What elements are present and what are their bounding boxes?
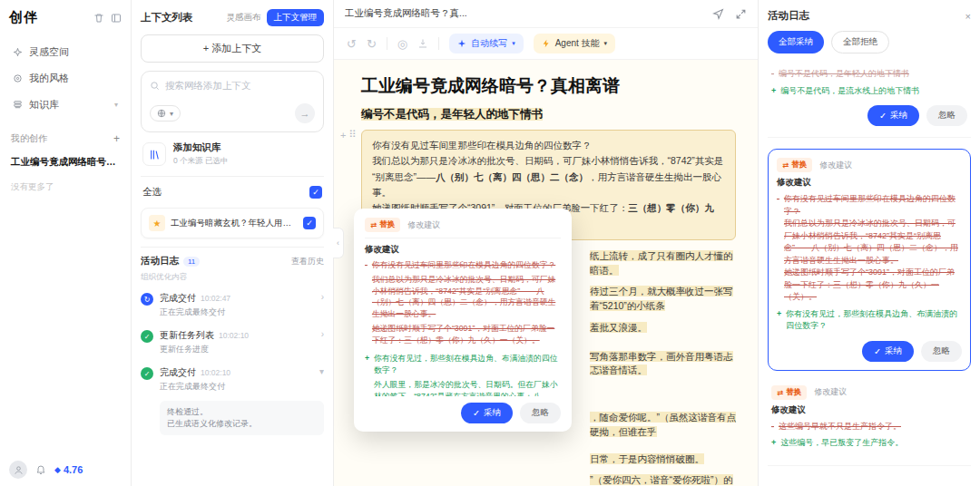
credits-value: 4.76 (64, 464, 83, 475)
swap-icon: ⇄ (370, 220, 377, 229)
check-icon: ✓ (879, 111, 887, 121)
paragraph-fragment: 羞批又浪漫。 (590, 321, 736, 335)
doc-item-checkbox[interactable]: ✓ (303, 217, 316, 229)
reject-all-button[interactable]: 全部拒绝 (831, 31, 889, 53)
task-time: 10:02:10 (201, 368, 230, 377)
auto-continue-label: 自动续写 (471, 37, 507, 50)
sidebar-item-inspiration[interactable]: 灵感空间 (5, 39, 125, 65)
task-desc: 正在完成最终交付 (160, 306, 315, 318)
sidebar-item-label: 我的风格 (29, 72, 69, 85)
diamond-icon: ◆ (54, 465, 61, 474)
task-detail: 终检通过。 已生成语义化修改记录。 (160, 401, 324, 435)
suggestion-card[interactable]: - 编号不是代码，是年轻人的地下情书 + 编号不是代码，是流水线上的地下情书 ✓… (768, 63, 971, 138)
add-context-button[interactable]: + 添加上下文 (141, 34, 324, 63)
swap-icon: ⇄ (782, 160, 789, 170)
task-time: 10:02:47 (201, 294, 230, 303)
close-icon[interactable]: × (965, 11, 971, 22)
chevron-down-icon[interactable]: ▾ (319, 366, 324, 376)
sidebar-item-knowledge[interactable]: 知识库 ▾ (5, 92, 125, 118)
added-text: 你有没有见过，那些刻在模具边角、布满油渍的四位数字？ (786, 308, 962, 333)
section-heading-1: 编号不是代码，是年轻人的地下情书 (361, 108, 543, 121)
undo-icon[interactable]: ↺ (347, 38, 357, 50)
document-canvas[interactable]: + ⠿ 工业编号竟成网络暗号？真相离谱 编号不是代码，是年轻人的地下情书 你有没… (334, 60, 758, 486)
suggestion-tab[interactable]: 修改建议 (407, 219, 440, 231)
share-icon[interactable] (712, 8, 724, 20)
replace-badge: ⇄ 替换 (365, 218, 400, 232)
suggestion-tab[interactable]: 修改建议 (819, 160, 852, 171)
suggestion-label: 修改建议 (365, 244, 561, 256)
removed-mark: - (777, 193, 779, 304)
paragraph-fragment: 纸上流转，成了只有圈内人才懂的暗语。 (590, 249, 736, 278)
highlighted-text: 写角落那串数字，画外音用粤语忐忑谐音情话。 (590, 351, 733, 376)
highlighted-text: 羞批又浪漫。 (590, 322, 647, 333)
activity-log-title: 活动日志 (768, 9, 965, 23)
spark-icon (13, 47, 23, 57)
suggestion-card[interactable]: ⇄ 替换 修改建议 修改建议 - 这些编号早就不只是生产指令了。 + 这些编号，… (768, 380, 971, 466)
context-doc-item[interactable]: ★ 工业编号暗藏玄机？年轻人用它搞副业 ✓ (141, 208, 324, 238)
context-activity-section: 活动日志 11 查看历史 组织优化内容 ↻ 完成交付 10:02:47 正在完成… (141, 247, 324, 441)
expand-icon[interactable] (735, 8, 747, 20)
task-row[interactable]: ✓ 完成交付 10:02:10 正在完成最终交付 ▾ (141, 362, 324, 394)
view-history-link[interactable]: 查看历史 (291, 256, 324, 267)
chevron-right-icon[interactable]: › (321, 292, 324, 302)
activity-subtitle: 组织优化内容 (141, 272, 324, 283)
sidebar-item-style[interactable]: 我的风格 (5, 65, 125, 92)
doc-item-title: 工业编号暗藏玄机？年轻人用它搞副业 (171, 218, 298, 229)
accept-button[interactable]: ✓ 采纳 (862, 341, 914, 362)
tab-inspiration-canvas[interactable]: 灵感画布 (227, 12, 261, 24)
auto-continue-button[interactable]: 自动续写 ▾ (449, 34, 524, 53)
download-icon[interactable] (417, 38, 428, 49)
block-handle[interactable]: + ⠿ (340, 129, 357, 141)
task-progress-icon: ↻ (141, 293, 153, 306)
creation-item-active[interactable]: 工业编号竟成网络暗号? 真... (0, 151, 131, 174)
accept-all-button[interactable]: 全部采纳 (768, 31, 824, 53)
panel-toggle-icon[interactable] (111, 13, 122, 24)
task-title: 完成交付 (160, 292, 196, 305)
chevron-down-icon: ▾ (114, 101, 118, 109)
ignore-button[interactable]: 忽略 (520, 403, 561, 423)
removed-text: 你有没有见过车间里那些印在模具边角的四位数字？ 我们总以为那只是冷冰冰的批次号、… (784, 193, 962, 304)
app-sidebar: 创伴 灵感空间 我的风格 知识库 ▾ 我的创作 + 工业编号竟成网络暗号? 真.… (0, 0, 132, 486)
paragraph: 我们总以为那只是冷冰冰的批次号、日期码，可厂妹小林悄悄告诉我，“8742”其实是… (372, 153, 725, 200)
replace-badge: ⇄ 替换 (777, 158, 812, 172)
ignore-button[interactable]: 忽略 (921, 341, 962, 362)
accept-button[interactable]: ✓ 采纳 (867, 105, 919, 126)
bold-text: 八（别）七（离）四（思）二（念） (436, 171, 588, 182)
trash-icon[interactable] (93, 13, 104, 24)
accept-button[interactable]: ✓ 采纳 (461, 403, 513, 423)
bell-icon[interactable] (35, 464, 46, 475)
source-selector[interactable]: ▾ (150, 105, 181, 122)
search-input[interactable] (165, 80, 315, 91)
task-row[interactable]: ↻ 完成交付 10:02:47 正在完成最终交付 › (141, 287, 324, 320)
user-avatar[interactable] (9, 461, 27, 479)
ignore-button[interactable]: 忽略 (926, 105, 967, 126)
suggestion-card-selected[interactable]: ⇄ 替换 修改建议 修改建议 - 你有没有见过车间里那些印在模具边角的四位数字？… (768, 149, 971, 371)
removed-mark: - (365, 259, 368, 348)
added-text: 你有没有见过，那些刻在模具边角、布满油渍的四位数字？ (374, 353, 561, 376)
task-done-icon: ✓ (141, 330, 153, 343)
accept-label: 采纳 (890, 110, 907, 122)
removed-text: 我们总以为那只是冷冰冰的批次号、日期码，可厂妹小林悄悄告诉我，“8742”其实是… (372, 274, 561, 320)
chevron-down-icon: ▾ (604, 40, 608, 47)
kb-title: 添加知识库 (173, 141, 228, 154)
task-row[interactable]: ✓ 更新任务列表 10:02:10 更新任务进度 › (141, 325, 324, 357)
suggestion-tab[interactable]: 修改建议 (814, 386, 847, 398)
palette-icon (13, 73, 23, 83)
chevron-right-icon[interactable]: › (321, 329, 324, 339)
drag-handle-icon[interactable]: ⠿ (348, 129, 356, 141)
kb-subtitle: 0 个来源 已选中 (173, 156, 228, 167)
tab-context-manage[interactable]: 上下文管理 (267, 9, 325, 26)
removed-mark: - (771, 68, 774, 81)
suggestion-popup: ⇄ 替换 修改建议 修改建议 - 你有没有见过车间里那些印在模具边角的四位数字？… (354, 209, 572, 432)
add-block-icon[interactable]: + (340, 130, 346, 141)
paragraph: 你有没有见过车间里那些印在模具边角的四位数字？ (372, 138, 725, 153)
focus-icon[interactable]: ◎ (397, 38, 407, 50)
submit-search-button[interactable]: → (295, 103, 315, 123)
removed-text: 编号不是代码，是年轻人的地下情书 (779, 68, 909, 81)
agent-skill-button[interactable]: Agent 技能 ▾ (534, 34, 615, 53)
collapse-panel-handle[interactable]: ‹ (333, 228, 344, 258)
add-knowledge-row[interactable]: 添加知识库 0 个来源 已选中 (141, 141, 324, 177)
add-creation-icon[interactable]: + (113, 132, 120, 145)
redo-icon[interactable]: ↻ (367, 38, 377, 50)
select-all-checkbox[interactable]: ✓ (309, 186, 322, 199)
